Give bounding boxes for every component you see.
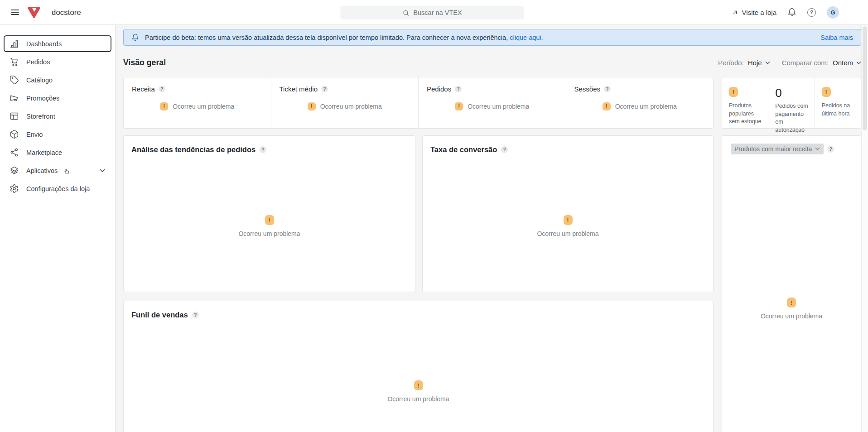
chart-error: ! Ocorreu um problema bbox=[423, 215, 713, 237]
kpi-title: Receita bbox=[132, 85, 155, 93]
saiba-mais-link[interactable]: Saiba mais bbox=[820, 34, 853, 41]
page-header: Visão geral Período: Hoje Comparar com: bbox=[123, 58, 861, 67]
help-glyph: ? bbox=[194, 312, 197, 317]
help-glyph: ? bbox=[810, 10, 813, 15]
error-message: Ocorreu um problema bbox=[320, 103, 382, 110]
conversion-rate-card: Taxa de conversão ? ! Ocorreu um problem… bbox=[422, 135, 714, 292]
search-input[interactable]: Buscar na VTEX bbox=[340, 6, 524, 19]
avatar[interactable]: G bbox=[827, 6, 839, 19]
topbar-actions: Visite a loja ? G bbox=[732, 6, 839, 19]
share-icon bbox=[10, 148, 19, 157]
sidebar-item-catalogo[interactable]: Catálogo bbox=[4, 72, 111, 88]
stat-label: Produtos populares sem estoque bbox=[729, 102, 762, 126]
warning-icon: ! bbox=[414, 380, 423, 390]
help-icon[interactable]: ? bbox=[192, 312, 199, 318]
warning-icon: ! bbox=[564, 215, 573, 225]
scrollbar-thumb[interactable] bbox=[863, 26, 867, 130]
sidebar-item-dashboards[interactable]: Dashboards bbox=[4, 35, 111, 52]
topbar: docstore Buscar na VTEX Visite a loja ? … bbox=[0, 0, 868, 25]
period-value: Hoje bbox=[748, 59, 762, 67]
beta-banner: Participe do beta: temos uma versão atua… bbox=[123, 29, 861, 46]
sidebar-item-label: Dashboards bbox=[26, 40, 62, 48]
stat-label: Pedidos com pagamento em autorização bbox=[775, 102, 809, 134]
error-message: Ocorreu um problema bbox=[238, 230, 300, 237]
help-glyph: ? bbox=[160, 86, 163, 91]
search-icon bbox=[402, 10, 409, 16]
kpi-sessoes: Sessões ? ! Ocorreu um problema bbox=[566, 77, 714, 128]
sidebar-item-aplicativos[interactable]: Aplicativos bbox=[4, 162, 111, 179]
vtex-admin-app: docstore Buscar na VTEX Visite a loja ? … bbox=[0, 0, 868, 432]
sidebar-item-configuracoes[interactable]: Configurações da loja bbox=[4, 180, 111, 197]
help-icon[interactable]: ? bbox=[455, 86, 462, 92]
storefront-icon bbox=[10, 111, 19, 121]
top-products-select[interactable]: Produtos com maior receita bbox=[731, 144, 824, 154]
help-glyph: ? bbox=[829, 147, 832, 152]
sidebar-item-storefront[interactable]: Storefront bbox=[4, 108, 111, 125]
stat-pedidos-pagamento: 0 Pedidos com pagamento em autorização bbox=[768, 77, 814, 128]
kpi-title: Pedidos bbox=[427, 85, 451, 93]
filters: Período: Hoje Comparar com: Ontem bbox=[718, 59, 861, 67]
card-title: Funil de vendas bbox=[131, 311, 188, 319]
chart-error: ! Ocorreu um problema bbox=[722, 298, 861, 320]
visit-store-label: Visite a loja bbox=[742, 9, 776, 16]
arrow-up-right-icon bbox=[732, 9, 738, 16]
kpi-ticket-medio: Ticket médio ? ! Ocorreu um problema bbox=[271, 77, 419, 128]
kpi-error: ! Ocorreu um problema bbox=[419, 102, 566, 110]
compare-select[interactable]: Ontem bbox=[833, 59, 861, 67]
sidebar-item-marketplace[interactable]: Marketplace bbox=[4, 144, 111, 161]
warning-glyph: ! bbox=[311, 103, 313, 110]
help-icon[interactable]: ? bbox=[159, 86, 165, 92]
sidebar: Dashboards Pedidos Catálogo Promoções St… bbox=[0, 25, 116, 432]
bar-chart-icon bbox=[10, 39, 19, 48]
vertical-scrollbar[interactable] bbox=[861, 25, 868, 432]
sidebar-item-envio[interactable]: Envio bbox=[4, 126, 111, 143]
kpi-error: ! Ocorreu um problema bbox=[124, 102, 271, 110]
warning-icon: ! bbox=[787, 298, 796, 307]
cart-icon bbox=[10, 57, 19, 67]
warning-glyph: ! bbox=[825, 89, 827, 96]
chevron-down-icon bbox=[100, 169, 105, 173]
period-filter: Período: Hoje bbox=[718, 59, 770, 67]
avatar-initial: G bbox=[830, 9, 835, 16]
menu-icon[interactable] bbox=[11, 10, 19, 15]
help-glyph: ? bbox=[503, 147, 506, 152]
chevron-down-icon bbox=[815, 147, 820, 151]
warning-icon: ! bbox=[308, 102, 316, 110]
bell-icon bbox=[787, 8, 796, 17]
stat-label: Pedidos na última hora bbox=[822, 102, 855, 118]
visit-store-button[interactable]: Visite a loja bbox=[732, 9, 776, 16]
megaphone-icon bbox=[10, 93, 19, 103]
help-icon[interactable]: ? bbox=[260, 146, 266, 153]
warning-glyph: ! bbox=[417, 382, 419, 389]
page-title: Visão geral bbox=[123, 58, 166, 67]
vtex-logo-icon bbox=[28, 7, 40, 18]
warning-glyph: ! bbox=[458, 103, 460, 110]
sidebar-item-label: Configurações da loja bbox=[26, 185, 90, 192]
sidebar-item-label: Aplicativos bbox=[26, 167, 58, 174]
sidebar-item-label: Catálogo bbox=[26, 77, 53, 84]
sidebar-item-label: Promoções bbox=[26, 95, 59, 102]
kpi-receita: Receita ? ! Ocorreu um problema bbox=[124, 77, 271, 128]
gear-icon bbox=[10, 184, 19, 193]
help-button[interactable]: ? bbox=[807, 8, 816, 17]
notifications-button[interactable] bbox=[787, 8, 796, 17]
help-icon[interactable]: ? bbox=[501, 146, 508, 153]
kpi-error: ! Ocorreu um problema bbox=[271, 102, 419, 110]
period-label: Período: bbox=[718, 59, 744, 67]
help-icon[interactable]: ? bbox=[321, 86, 328, 92]
sidebar-item-pedidos[interactable]: Pedidos bbox=[4, 53, 111, 70]
chevron-down-icon bbox=[765, 61, 770, 65]
top-products-select-value: Produtos com maior receita bbox=[734, 145, 812, 153]
error-message: Ocorreu um problema bbox=[761, 312, 822, 320]
mouse-cursor-icon bbox=[63, 168, 71, 176]
warning-icon: ! bbox=[822, 87, 831, 97]
chevron-down-icon bbox=[856, 61, 861, 65]
compare-filter: Comparar com: Ontem bbox=[782, 59, 861, 67]
help-icon[interactable]: ? bbox=[827, 146, 834, 153]
sidebar-item-promocoes[interactable]: Promoções bbox=[4, 90, 111, 106]
help-icon[interactable]: ? bbox=[604, 86, 611, 92]
warning-glyph: ! bbox=[606, 103, 608, 110]
banner-link[interactable]: clique aqui. bbox=[510, 34, 543, 41]
sales-funnel-card: Funil de vendas ? ! Ocorreu um problema bbox=[123, 301, 714, 432]
period-select[interactable]: Hoje bbox=[748, 59, 770, 67]
